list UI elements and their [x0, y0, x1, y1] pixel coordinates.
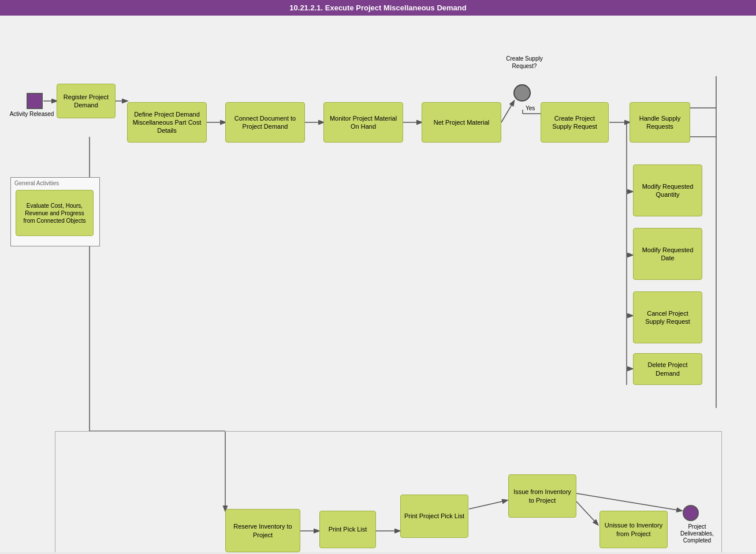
activity-released-label: Activity Released	[9, 111, 55, 118]
modify-requested-quantity[interactable]: Modify Requested Quantity	[633, 164, 702, 216]
delete-project-demand[interactable]: Delete Project Demand	[633, 353, 702, 385]
create-project-supply-request[interactable]: Create Project Supply Request	[541, 102, 609, 143]
activity-released-icon	[27, 93, 43, 109]
cancel-project-supply-request[interactable]: Cancel Project Supply Request	[633, 291, 702, 343]
handle-supply-requests[interactable]: Handle Supply Requests	[630, 102, 690, 143]
page-title: 10.21.2.1. Execute Project Miscellaneous…	[289, 3, 466, 12]
create-supply-request-label: Create Supply Request?	[496, 55, 553, 70]
unissue-to-inventory[interactable]: Unissue to Inventory from Project	[599, 511, 668, 548]
evaluate-cost-box[interactable]: Evaluate Cost, Hours, Revenue and Progre…	[16, 190, 94, 236]
yes-label: Yes	[526, 105, 535, 111]
modify-requested-date[interactable]: Modify Requested Date	[633, 228, 702, 280]
project-deliverables-label: Project Deliverables, Completed	[671, 523, 723, 544]
print-project-pick-list[interactable]: Print Project Pick List	[400, 495, 468, 538]
general-activities-container: General Activities Evaluate Cost, Hours,…	[10, 177, 100, 246]
reserve-inventory[interactable]: Reserve Inventory to Project	[225, 509, 300, 552]
create-supply-request-diamond	[510, 81, 534, 105]
general-activities-title: General Activities	[11, 178, 99, 188]
title-bar: 10.21.2.1. Execute Project Miscellaneous…	[0, 0, 756, 16]
monitor-project-material[interactable]: Monitor Project Material On Hand	[323, 102, 403, 143]
connect-document[interactable]: Connect Document to Project Demand	[225, 102, 305, 143]
print-pick-list[interactable]: Print Pick List	[319, 511, 376, 548]
net-project-material[interactable]: Net Project Material	[422, 102, 501, 143]
define-project-demand[interactable]: Define Project Demand Miscellaneous Part…	[127, 102, 207, 143]
project-deliverables-end	[683, 505, 699, 521]
register-project-demand[interactable]: Register Project Demand	[57, 84, 116, 118]
issue-from-inventory[interactable]: Issue from Inventory to Project	[508, 474, 576, 518]
diagram-container: Activity Released Register Project Deman…	[0, 16, 756, 552]
svg-line-5	[501, 101, 514, 122]
